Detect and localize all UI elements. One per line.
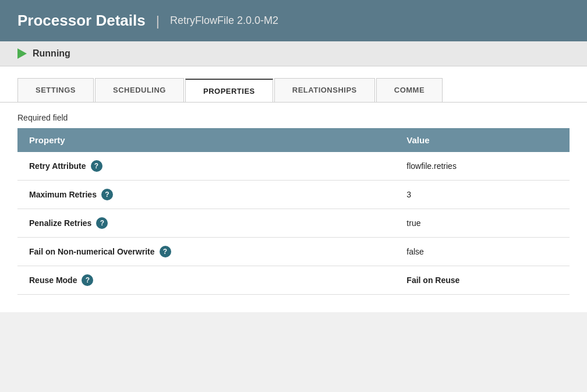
property-name-retry-attribute: Retry Attribute: [29, 161, 86, 171]
property-value-penalize-retries: true: [395, 209, 570, 238]
column-header-property: Property: [17, 128, 395, 152]
main-content: SETTINGS SCHEDULING PROPERTIES RELATIONS…: [0, 66, 587, 312]
table-wrapper: Property Value Retry Attribute?flowfile.…: [0, 128, 587, 312]
tab-relationships[interactable]: RELATIONSHIPS: [274, 78, 375, 102]
table-row: Fail on Non-numerical Overwrite?false: [17, 238, 570, 266]
play-icon: [17, 48, 27, 59]
property-value-fail-on-non-numerical: false: [395, 238, 570, 266]
table-row: Maximum Retries?3: [17, 181, 570, 209]
help-icon-maximum-retries[interactable]: ?: [101, 189, 113, 200]
help-icon-penalize-retries[interactable]: ?: [96, 217, 108, 229]
status-bar: Running: [0, 41, 587, 66]
tab-comments[interactable]: COMME: [376, 78, 443, 102]
table-row: Reuse Mode?Fail on Reuse: [17, 266, 570, 295]
tab-properties[interactable]: PROPERTIES: [185, 79, 273, 103]
properties-table: Property Value Retry Attribute?flowfile.…: [17, 128, 570, 295]
property-name-fail-on-non-numerical: Fail on Non-numerical Overwrite: [29, 247, 155, 256]
tabs-container: SETTINGS SCHEDULING PROPERTIES RELATIONS…: [0, 66, 587, 103]
page-title: Processor Details: [17, 12, 146, 30]
table-header-row: Property Value: [17, 128, 570, 152]
table-row: Retry Attribute?flowfile.retries: [17, 152, 570, 181]
tab-scheduling[interactable]: SCHEDULING: [95, 78, 184, 102]
property-value-retry-attribute: flowfile.retries: [395, 152, 570, 181]
property-name-penalize-retries: Penalize Retries: [29, 218, 91, 228]
tab-settings[interactable]: SETTINGS: [17, 78, 94, 102]
header: Processor Details | RetryFlowFile 2.0.0-…: [0, 0, 587, 41]
property-name-maximum-retries: Maximum Retries: [29, 190, 97, 199]
property-name-reuse-mode: Reuse Mode: [29, 276, 77, 285]
property-value-reuse-mode: Fail on Reuse: [395, 266, 570, 295]
property-value-maximum-retries: 3: [395, 181, 570, 209]
processor-name: RetryFlowFile 2.0.0-M2: [170, 15, 278, 27]
required-notice: Required field: [0, 103, 587, 128]
help-icon-fail-on-non-numerical[interactable]: ?: [160, 246, 171, 257]
table-row: Penalize Retries?true: [17, 209, 570, 238]
help-icon-retry-attribute[interactable]: ?: [91, 160, 102, 172]
status-label: Running: [33, 48, 70, 59]
header-divider: |: [156, 13, 160, 29]
column-header-value: Value: [395, 128, 570, 152]
help-icon-reuse-mode[interactable]: ?: [82, 274, 93, 286]
